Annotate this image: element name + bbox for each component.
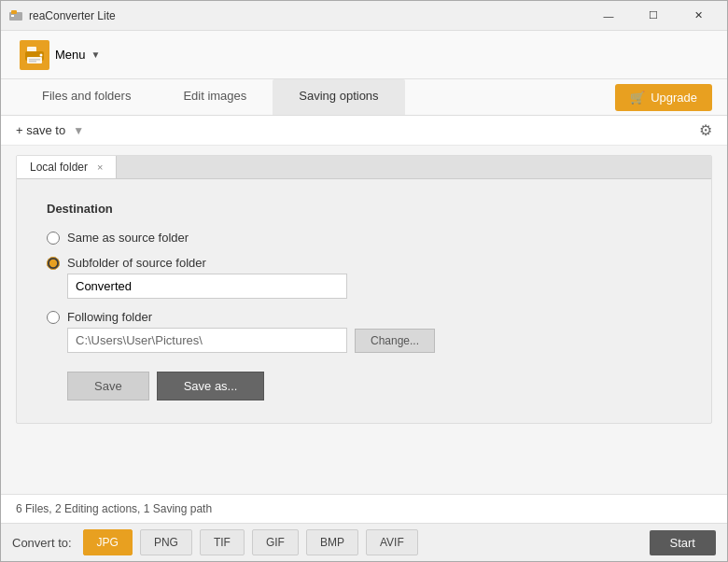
app-icon bbox=[8, 8, 23, 23]
panel-content: Destination Same as source folder Subfol… bbox=[17, 179, 711, 423]
subfolder-name-input[interactable] bbox=[67, 274, 347, 299]
printer-icon bbox=[24, 45, 45, 65]
menu-label: Menu bbox=[55, 48, 86, 62]
format-jpg-button[interactable]: JPG bbox=[83, 529, 133, 555]
radio-same-label: Same as source folder bbox=[67, 231, 189, 245]
panel-action-buttons: Save Save as... bbox=[67, 372, 681, 400]
menu-dropdown-arrow: ▼ bbox=[91, 49, 101, 60]
upgrade-button[interactable]: 🛒 Upgrade bbox=[615, 84, 712, 111]
save-to-label: + save to bbox=[16, 123, 65, 137]
menu-icon bbox=[20, 40, 49, 70]
panel-tab-label: Local folder bbox=[30, 161, 88, 174]
save-to-button[interactable]: + save to bbox=[16, 123, 65, 137]
upgrade-label: Upgrade bbox=[651, 91, 697, 105]
title-bar-left: reaConverter Lite bbox=[8, 8, 116, 23]
change-folder-button[interactable]: Change... bbox=[355, 329, 435, 353]
destination-label: Destination bbox=[47, 202, 681, 216]
tab-saving[interactable]: Saving options bbox=[273, 79, 404, 115]
status-text: 6 Files, 2 Editing actions, 1 Saving pat… bbox=[16, 502, 212, 515]
local-folder-panel: Local folder × Destination Same as sourc… bbox=[16, 155, 712, 424]
panel-tab-bar: Local folder × bbox=[17, 156, 711, 179]
convert-to-label: Convert to: bbox=[12, 536, 72, 550]
nav-tabs: Files and folders Edit images Saving opt… bbox=[1, 79, 727, 116]
content-area: Local folder × Destination Same as sourc… bbox=[1, 146, 727, 494]
minimize-button[interactable]: — bbox=[587, 1, 630, 31]
folder-path-row: Change... bbox=[67, 328, 681, 353]
radio-following-label: Following folder bbox=[67, 310, 152, 324]
format-tif-button[interactable]: TIF bbox=[200, 529, 245, 555]
destination-radio-group: Same as source folder Subfolder of sourc… bbox=[47, 231, 681, 353]
settings-gear-button[interactable]: ⚙ bbox=[699, 121, 712, 139]
svg-rect-6 bbox=[29, 59, 40, 61]
radio-subfolder: Subfolder of source folder bbox=[47, 256, 681, 270]
radio-subfolder-label: Subfolder of source folder bbox=[67, 256, 206, 270]
svg-rect-1 bbox=[11, 10, 17, 14]
status-bar: 6 Files, 2 Editing actions, 1 Saving pat… bbox=[1, 494, 727, 523]
radio-same-input[interactable] bbox=[47, 232, 60, 245]
format-gif-button[interactable]: GIF bbox=[252, 529, 299, 555]
title-bar: reaConverter Lite — ☐ ✕ bbox=[1, 1, 727, 31]
format-png-button[interactable]: PNG bbox=[140, 529, 192, 555]
tab-edit[interactable]: Edit images bbox=[157, 79, 273, 115]
save-as-button[interactable]: Save as... bbox=[157, 372, 265, 400]
close-button[interactable]: ✕ bbox=[677, 1, 720, 31]
local-folder-tab[interactable]: Local folder × bbox=[17, 156, 117, 178]
save-button[interactable]: Save bbox=[67, 372, 149, 400]
format-avif-button[interactable]: AVIF bbox=[366, 529, 418, 555]
menu-button[interactable]: Menu ▼ bbox=[12, 36, 107, 74]
radio-following: Following folder bbox=[47, 310, 681, 324]
radio-following-input[interactable] bbox=[47, 311, 60, 324]
sub-toolbar: + save to ▼ ⚙ bbox=[1, 116, 727, 146]
format-bmp-button[interactable]: BMP bbox=[306, 529, 358, 555]
save-to-dropdown[interactable]: ▼ bbox=[69, 124, 88, 137]
svg-point-8 bbox=[40, 53, 43, 56]
app-title: reaConverter Lite bbox=[29, 9, 116, 22]
window-controls: — ☐ ✕ bbox=[587, 1, 720, 31]
maximize-button[interactable]: ☐ bbox=[632, 1, 675, 31]
svg-rect-2 bbox=[11, 15, 14, 17]
tab-files[interactable]: Files and folders bbox=[16, 79, 157, 115]
upgrade-icon: 🛒 bbox=[630, 91, 645, 105]
folder-path-input[interactable] bbox=[67, 328, 347, 353]
radio-same-source: Same as source folder bbox=[47, 231, 681, 245]
panel-close-icon[interactable]: × bbox=[97, 162, 103, 173]
start-button[interactable]: Start bbox=[650, 530, 716, 555]
subfolder-section: Subfolder of source folder bbox=[47, 256, 681, 299]
radio-subfolder-input[interactable] bbox=[47, 257, 60, 270]
following-folder-section: Following folder Change... bbox=[47, 310, 681, 353]
svg-rect-7 bbox=[29, 61, 36, 63]
main-toolbar: Menu ▼ bbox=[1, 31, 727, 79]
bottom-bar: Convert to: JPG PNG TIF GIF BMP AVIF Sta… bbox=[1, 523, 727, 561]
